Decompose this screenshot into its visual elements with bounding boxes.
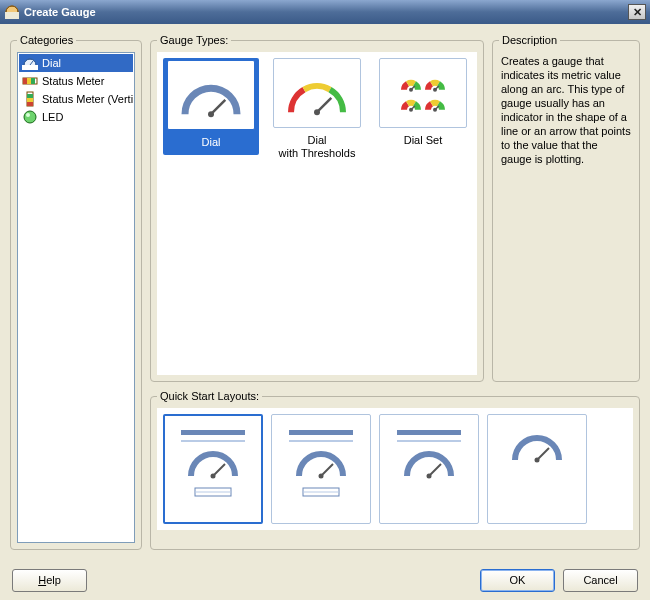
- categories-legend: Categories: [17, 34, 76, 46]
- cancel-button[interactable]: Cancel: [563, 569, 638, 592]
- description-legend: Description: [499, 34, 560, 46]
- layouts-legend: Quick Start Layouts:: [157, 390, 262, 402]
- svg-line-22: [435, 86, 439, 90]
- layout-option-0[interactable]: [163, 414, 263, 524]
- dial-icon: [22, 55, 38, 71]
- svg-rect-1: [5, 12, 19, 19]
- gauge-type-label: Dial: [165, 134, 257, 153]
- layout-option-1[interactable]: [271, 414, 371, 524]
- titlebar: Create Gauge ✕: [0, 0, 650, 24]
- svg-rect-10: [27, 102, 33, 106]
- window-title: Create Gauge: [24, 6, 628, 18]
- svg-rect-27: [181, 430, 245, 435]
- statusv-icon: [22, 91, 38, 107]
- svg-rect-8: [31, 78, 35, 84]
- svg-point-13: [24, 111, 36, 123]
- svg-line-26: [435, 106, 439, 110]
- gauge-type-dial[interactable]: Dial: [163, 58, 259, 155]
- category-item-status[interactable]: Status Meter: [19, 72, 133, 90]
- status-icon: [22, 73, 38, 89]
- gauge-type-thumb: [379, 58, 467, 128]
- app-icon: [4, 4, 20, 20]
- svg-line-24: [411, 106, 415, 110]
- category-item-statusv[interactable]: Status Meter (Verti...: [19, 90, 133, 108]
- help-label: elp: [46, 574, 61, 586]
- layouts-panel: Quick Start Layouts:: [150, 390, 640, 550]
- category-item-led[interactable]: LED: [19, 108, 133, 126]
- button-bar: Help OK Cancel: [0, 560, 650, 600]
- close-icon: ✕: [633, 6, 642, 19]
- svg-line-44: [537, 448, 549, 460]
- description-panel: Description Creates a gauge that indicat…: [492, 34, 640, 382]
- gauge-types-legend: Gauge Types:: [157, 34, 231, 46]
- help-button[interactable]: Help: [12, 569, 87, 592]
- svg-rect-33: [289, 430, 353, 435]
- category-label: Status Meter (Verti...: [42, 93, 133, 105]
- categories-list[interactable]: DialStatus MeterStatus Meter (Verti...LE…: [17, 52, 135, 543]
- svg-rect-11: [27, 98, 33, 102]
- categories-panel: Categories DialStatus MeterStatus Meter …: [10, 34, 142, 550]
- svg-line-16: [211, 100, 225, 114]
- svg-rect-6: [23, 78, 27, 84]
- category-label: Dial: [42, 57, 61, 69]
- svg-point-14: [26, 113, 30, 117]
- gauge-type-label: Dial Set: [375, 132, 471, 151]
- gauge-types-panel: Gauge Types: DialDialwith ThresholdsDial…: [150, 34, 484, 382]
- svg-rect-12: [27, 94, 33, 98]
- category-label: LED: [42, 111, 63, 123]
- svg-rect-34: [289, 440, 353, 442]
- svg-line-20: [411, 86, 415, 90]
- gauge-type-dial-set[interactable]: Dial Set: [375, 58, 471, 151]
- layouts-row: [157, 408, 633, 530]
- gauge-types-grid: DialDialwith ThresholdsDial Set: [157, 52, 477, 375]
- gauge-type-label: Dialwith Thresholds: [269, 132, 365, 164]
- svg-rect-28: [181, 440, 245, 442]
- category-label: Status Meter: [42, 75, 104, 87]
- svg-line-42: [429, 464, 441, 476]
- svg-line-18: [317, 98, 331, 112]
- svg-rect-40: [397, 440, 461, 442]
- ok-button[interactable]: OK: [480, 569, 555, 592]
- svg-rect-7: [27, 78, 31, 84]
- layout-option-3[interactable]: [487, 414, 587, 524]
- svg-rect-39: [397, 430, 461, 435]
- gauge-type-dial-thresh[interactable]: Dialwith Thresholds: [269, 58, 365, 164]
- category-item-dial[interactable]: Dial: [19, 54, 133, 72]
- dialog-content: Categories DialStatus MeterStatus Meter …: [0, 24, 650, 560]
- close-button[interactable]: ✕: [628, 4, 646, 20]
- svg-rect-3: [22, 65, 38, 70]
- description-text: Creates a gauge that indicates its metri…: [499, 52, 633, 168]
- led-icon: [22, 109, 38, 125]
- layout-option-2[interactable]: [379, 414, 479, 524]
- gauge-type-thumb: [167, 60, 255, 130]
- svg-line-30: [213, 464, 225, 476]
- svg-line-36: [321, 464, 333, 476]
- gauge-type-thumb: [273, 58, 361, 128]
